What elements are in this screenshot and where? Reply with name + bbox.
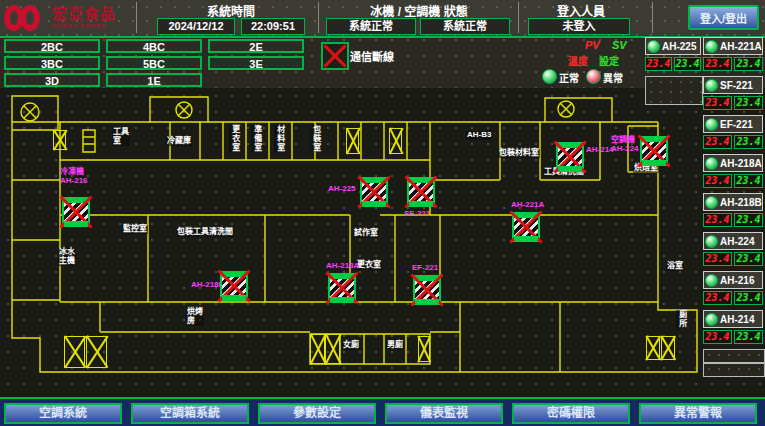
ahu-device-EF-221[interactable] xyxy=(413,275,441,305)
room-label: 監控室 xyxy=(122,225,148,234)
pv-value: 23.4 xyxy=(703,252,732,266)
stair-icon xyxy=(389,128,402,154)
pv-value: 23.4 xyxy=(703,96,732,110)
status-led-icon xyxy=(705,235,718,248)
room-label: AH-B3 xyxy=(466,131,492,140)
status-led-icon xyxy=(705,196,718,209)
pv-value: 23.4 xyxy=(703,57,732,71)
unit-button-AH-224[interactable]: AH-224 xyxy=(703,232,763,250)
stair-icon xyxy=(310,334,325,364)
room-label: 冷藏庫 xyxy=(166,137,192,146)
ahu-tag-label: AH-221A xyxy=(511,201,544,210)
room-label: 準備室 xyxy=(251,125,262,152)
ahu-device-AH-216[interactable] xyxy=(62,197,90,227)
room-label: 包裝工具清洗間 xyxy=(176,228,234,237)
sv-value: 23.4 xyxy=(734,213,763,227)
stair-icon xyxy=(346,128,359,154)
unit-button-AH-218A[interactable]: AH-218A xyxy=(703,154,763,172)
unit-button-AH-218B[interactable]: AH-218B xyxy=(703,193,763,211)
room-label: 烘烤 房 xyxy=(186,308,204,326)
unit-button-AH-221A[interactable]: AH-221A xyxy=(703,37,763,55)
room-label: 冰水 主機 xyxy=(58,248,76,266)
ahu-tag-label: AH-225 xyxy=(328,185,356,194)
status-led-icon xyxy=(705,313,718,326)
nav-button-5[interactable]: 密碼權限 xyxy=(512,403,630,424)
unit-AH-218A: AH-218A23.423.4 xyxy=(703,154,763,188)
room-label: 男廁 xyxy=(386,341,404,350)
unit-slot-empty xyxy=(703,363,765,377)
unit-AH-224: AH-22423.423.4 xyxy=(703,232,763,266)
unit-name-label: SF-221 xyxy=(720,80,753,91)
hvac-scada-screen: 宏亞食品 HUNYA FOODS 系統時間 2024/12/12 22:09:5… xyxy=(0,0,765,426)
unit-values: 23.423.4 xyxy=(645,57,701,71)
unit-name-label: AH-221A xyxy=(720,41,762,52)
unit-values: 23.423.4 xyxy=(703,252,763,266)
ahu-device-AH-218B[interactable] xyxy=(220,271,248,301)
room-label: 更衣室 xyxy=(229,125,240,152)
status-led-icon xyxy=(705,79,718,92)
stair-icon xyxy=(661,336,675,360)
ahu-device-AH-224[interactable] xyxy=(640,136,668,166)
nav-button-4[interactable]: 儀表監視 xyxy=(385,403,503,424)
nav-button-3[interactable]: 參數設定 xyxy=(258,403,376,424)
sv-value: 23.4 xyxy=(734,96,763,110)
unit-AH-214: AH-21423.423.4 xyxy=(703,310,763,344)
ahu-tag-label: 空調機 AH-224 xyxy=(611,136,639,154)
ahu-device-AH-214[interactable] xyxy=(556,142,584,172)
stair-icon xyxy=(53,130,66,150)
room-label: 女廁 xyxy=(342,341,360,350)
room-label: 材料室 xyxy=(274,125,285,152)
sv-value: 23.4 xyxy=(734,57,763,71)
ahu-device-AH-225[interactable] xyxy=(360,177,388,207)
unit-slot-empty xyxy=(703,349,765,363)
nav-button-6[interactable]: 異常警報 xyxy=(639,403,757,424)
unit-AH-218B: AH-218B23.423.4 xyxy=(703,193,763,227)
pv-value: 23.4 xyxy=(703,135,732,149)
ahu-device-AH-221A[interactable] xyxy=(512,212,540,242)
status-led-icon xyxy=(647,40,660,53)
unit-name-label: AH-214 xyxy=(720,314,754,325)
stair-icon xyxy=(64,336,85,368)
stair-icon xyxy=(418,336,430,362)
sv-value: 23.4 xyxy=(734,291,763,305)
room-label: 試作室 xyxy=(353,229,379,238)
unit-name-label: AH-216 xyxy=(720,275,754,286)
unit-values: 23.423.4 xyxy=(703,96,763,110)
pv-value: 23.4 xyxy=(703,330,732,344)
unit-values: 23.423.4 xyxy=(703,291,763,305)
sv-value: 23.4 xyxy=(734,330,763,344)
pv-value: 23.4 xyxy=(703,213,732,227)
unit-name-label: EF-221 xyxy=(720,119,753,130)
unit-button-AH-225[interactable]: AH-225 xyxy=(645,37,701,55)
nav-button-2[interactable]: 空調箱系統 xyxy=(131,403,249,424)
sv-value: 23.4 xyxy=(734,174,763,188)
room-label: 包裝材料室 xyxy=(498,149,540,158)
unit-button-EF-221[interactable]: EF-221 xyxy=(703,115,763,133)
stair-icon xyxy=(646,336,660,360)
sv-value: 23.4 xyxy=(734,135,763,149)
room-label: 包裝室 xyxy=(310,125,321,152)
stair-icon xyxy=(325,334,340,364)
unit-button-AH-216[interactable]: AH-216 xyxy=(703,271,763,289)
pv-value: 23.4 xyxy=(703,174,732,188)
unit-name-label: AH-224 xyxy=(720,236,754,247)
floor-plan: 工具 室冷藏庫更衣室準備室材料室包裝室AH-B3包裝材料室工具清洗間烘焙室監控室… xyxy=(0,88,765,398)
status-led-icon xyxy=(705,40,718,53)
bottom-nav-bar: 空調系統空調箱系統參數設定儀表監視密碼權限異常警報 xyxy=(0,397,765,426)
status-led-icon xyxy=(705,274,718,287)
unit-button-SF-221[interactable]: SF-221 xyxy=(703,76,763,94)
ahu-tag-label: SF-221 xyxy=(404,210,430,219)
status-led-icon xyxy=(705,118,718,131)
unit-values: 23.423.4 xyxy=(703,174,763,188)
unit-EF-221: EF-22123.423.4 xyxy=(703,115,763,149)
nav-button-1[interactable]: 空調系統 xyxy=(4,403,122,424)
unit-button-AH-214[interactable]: AH-214 xyxy=(703,310,763,328)
unit-SF-221: SF-22123.423.4 xyxy=(703,76,763,110)
room-label: 浴室 xyxy=(666,262,684,271)
unit-values: 23.423.4 xyxy=(703,135,763,149)
sv-value: 23.4 xyxy=(674,57,701,71)
unit-values: 23.423.4 xyxy=(703,57,763,71)
ahu-device-SF-221[interactable] xyxy=(407,177,435,207)
ahu-device-AH-218A[interactable] xyxy=(328,273,356,303)
unit-name-label: AH-218A xyxy=(720,158,762,169)
